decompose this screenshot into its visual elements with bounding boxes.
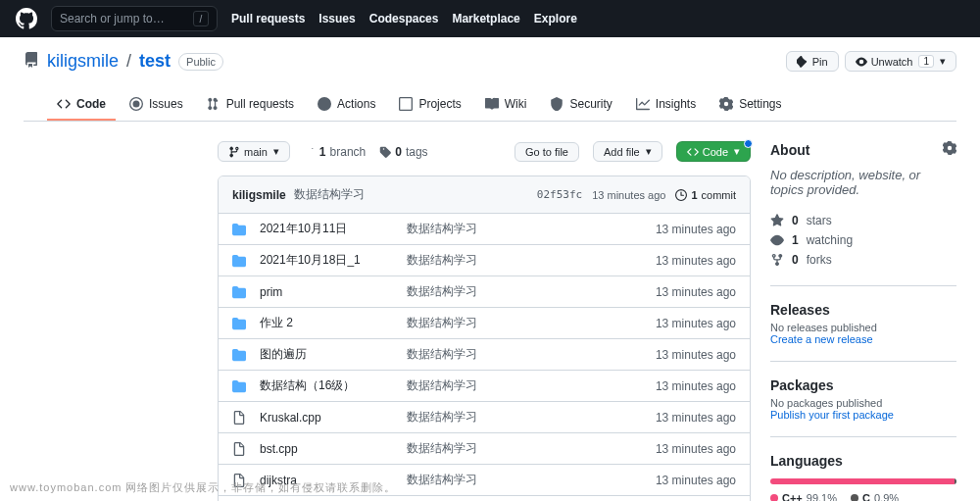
tab-security[interactable]: Security [540, 89, 621, 121]
tab-projects[interactable]: Projects [389, 89, 470, 121]
file-row[interactable]: 2021年10月18日_1数据结构学习13 minutes ago [219, 245, 750, 276]
file-row[interactable]: dijkstra.cpp数据结构学习13 minutes ago [219, 496, 750, 501]
latest-commit: kiligsmile 数据结构学习 02f53fc 13 minutes ago… [219, 176, 750, 214]
tab-insights[interactable]: Insights [626, 89, 706, 121]
lang-item[interactable]: C0.9% [851, 492, 899, 501]
tab-code[interactable]: Code [47, 89, 116, 121]
forks-stat[interactable]: 0forks [770, 250, 956, 270]
commits-link[interactable]: 1commit [675, 189, 736, 201]
repo-owner-link[interactable]: kiligsmile [47, 51, 119, 72]
commit-author[interactable]: kiligsmile [232, 188, 286, 202]
nav-issues[interactable]: Issues [318, 12, 355, 25]
file-name[interactable]: 作业 2 [260, 315, 407, 331]
file-commit-msg[interactable]: 数据结构学习 [407, 409, 656, 426]
edit-about-button[interactable] [943, 141, 956, 158]
file-row[interactable]: 2021年10月11日数据结构学习13 minutes ago [219, 214, 750, 245]
file-time: 13 minutes ago [656, 348, 736, 362]
github-logo-icon[interactable] [16, 8, 37, 29]
languages-title: Languages [770, 453, 956, 469]
global-header: Search or jump to… / Pull requests Issue… [0, 0, 980, 37]
about-title: About [770, 142, 809, 158]
about-description: No description, website, or topics provi… [770, 168, 956, 197]
tab-issues[interactable]: Issues [120, 89, 193, 121]
search-placeholder: Search or jump to… [60, 12, 165, 25]
tab-actions[interactable]: Actions [308, 89, 385, 121]
branch-select-button[interactable]: main▾ [218, 141, 290, 162]
file-time: 13 minutes ago [656, 474, 736, 487]
nav-marketplace[interactable]: Marketplace [452, 12, 519, 25]
language-list: C++99.1%C0.9% [770, 492, 956, 501]
shield-icon [550, 97, 564, 111]
file-commit-msg[interactable]: 数据结构学习 [407, 377, 656, 394]
file-commit-msg[interactable]: 数据结构学习 [407, 315, 656, 331]
repo-sidebar: About No description, website, or topics… [770, 141, 956, 501]
slash-key-icon: / [193, 11, 209, 26]
add-file-button[interactable]: Add file▾ [593, 141, 662, 162]
pull-request-icon [207, 97, 220, 111]
file-row[interactable]: 作业 2数据结构学习13 minutes ago [219, 308, 750, 339]
file-commit-msg[interactable]: 数据结构学习 [407, 472, 656, 488]
file-icon [232, 411, 250, 425]
file-commit-msg[interactable]: 数据结构学习 [407, 440, 656, 457]
tags-count[interactable]: 0tags [379, 145, 427, 159]
history-icon [675, 189, 687, 201]
tag-icon [379, 146, 391, 158]
commit-message[interactable]: 数据结构学习 [294, 186, 365, 203]
repo-header: kiligsmile / test Public Pin Unwatch 1 ▾… [0, 37, 980, 122]
unwatch-button[interactable]: Unwatch 1 ▾ [845, 51, 956, 72]
publish-package-link[interactable]: Publish your first package [770, 409, 956, 421]
search-input[interactable]: Search or jump to… / [51, 6, 218, 31]
create-release-link[interactable]: Create a new release [770, 333, 956, 345]
caret-down-icon: ▾ [734, 145, 740, 158]
lang-dot-icon [851, 494, 858, 501]
stars-stat[interactable]: 0stars [770, 211, 956, 230]
tab-wiki[interactable]: Wiki [475, 89, 537, 121]
file-name[interactable]: Kruskal.cpp [260, 411, 407, 425]
file-time: 13 minutes ago [656, 254, 736, 268]
file-row[interactable]: bst.cpp数据结构学习13 minutes ago [219, 433, 750, 465]
file-commit-msg[interactable]: 数据结构学习 [407, 221, 656, 237]
lang-item[interactable]: C++99.1% [770, 492, 837, 501]
repo-content: main▾ 1branch 0tags Go to file Add file▾… [218, 141, 751, 501]
branch-count[interactable]: 1branch [304, 145, 366, 159]
releases-title: Releases [770, 302, 956, 318]
nav-pulls[interactable]: Pull requests [231, 12, 305, 25]
file-time: 13 minutes ago [656, 379, 736, 393]
file-row[interactable]: 图的遍历数据结构学习13 minutes ago [219, 339, 750, 371]
star-icon [770, 214, 784, 227]
file-commit-msg[interactable]: 数据结构学习 [407, 252, 656, 269]
folder-icon [232, 254, 250, 268]
go-to-file-button[interactable]: Go to file [514, 142, 579, 162]
commit-sha[interactable]: 02f53fc [537, 188, 582, 201]
tab-settings[interactable]: Settings [710, 89, 791, 121]
pin-icon [797, 56, 808, 68]
file-row[interactable]: prim数据结构学习13 minutes ago [219, 276, 750, 308]
language-bar [770, 478, 956, 484]
file-name[interactable]: 数据结构（16级） [260, 377, 407, 394]
file-name[interactable]: 2021年10月11日 [260, 221, 407, 237]
nav-explore[interactable]: Explore [534, 12, 577, 25]
file-name[interactable]: prim [260, 285, 407, 299]
graph-icon [636, 97, 650, 111]
packages-title: Packages [770, 377, 956, 393]
lang-segment [770, 478, 955, 484]
branch-icon [304, 146, 316, 158]
file-name[interactable]: 图的遍历 [260, 346, 407, 363]
global-nav: Pull requests Issues Codespaces Marketpl… [231, 12, 577, 25]
file-time: 13 minutes ago [656, 442, 736, 456]
repo-tabs: Code Issues Pull requests Actions Projec… [24, 89, 956, 122]
file-commit-msg[interactable]: 数据结构学习 [407, 283, 656, 300]
tab-pulls[interactable]: Pull requests [197, 89, 304, 121]
nav-codespaces[interactable]: Codespaces [369, 12, 439, 25]
file-name[interactable]: 2021年10月18日_1 [260, 252, 407, 269]
code-button[interactable]: Code▾ [676, 141, 751, 162]
file-row[interactable]: Kruskal.cpp数据结构学习13 minutes ago [219, 402, 750, 433]
file-commit-msg[interactable]: 数据结构学习 [407, 346, 656, 363]
play-icon [318, 97, 331, 111]
pin-button[interactable]: Pin [786, 51, 839, 72]
file-row[interactable]: 数据结构（16级）数据结构学习13 minutes ago [219, 371, 750, 402]
repo-name-link[interactable]: test [139, 51, 171, 72]
watching-stat[interactable]: 1watching [770, 230, 956, 250]
file-name[interactable]: bst.cpp [260, 442, 407, 456]
file-time: 13 minutes ago [656, 411, 736, 425]
